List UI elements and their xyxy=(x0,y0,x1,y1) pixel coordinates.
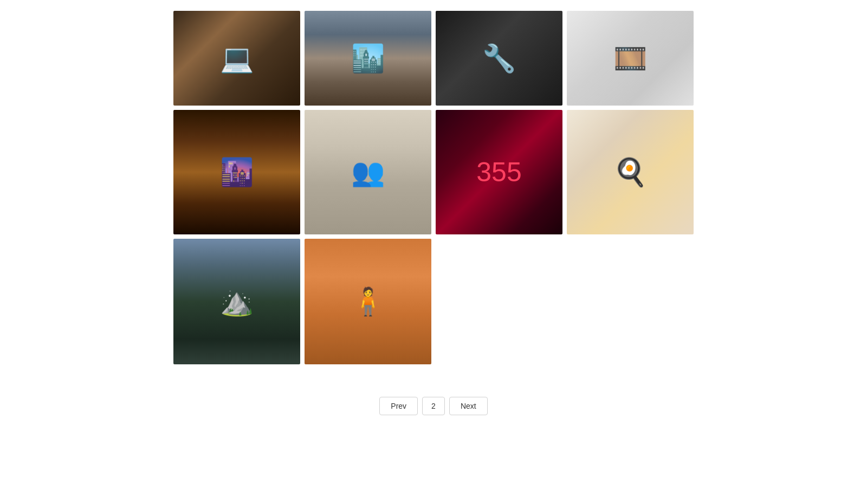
gallery-item-6[interactable]: 👥 xyxy=(305,110,431,234)
pagination: Prev 2 Next xyxy=(173,397,694,437)
gallery-container: 💻 🏙️ 🔧 🎞️ 🌆 👥 355 🍳 ⛰️ 🧍 xyxy=(0,0,867,448)
gallery-item-8[interactable]: 🍳 xyxy=(567,110,694,234)
gallery-item-5[interactable]: 🌆 xyxy=(173,110,300,234)
gallery-item-3[interactable]: 🔧 xyxy=(436,11,562,106)
empty-cell-2 xyxy=(567,239,694,364)
gallery-item-7[interactable]: 355 xyxy=(436,110,562,234)
gallery-item-4[interactable]: 🎞️ xyxy=(567,11,694,106)
next-button[interactable]: Next xyxy=(449,397,488,415)
gallery-item-9[interactable]: ⛰️ xyxy=(173,239,300,364)
prev-button[interactable]: Prev xyxy=(379,397,418,415)
gallery-grid: 💻 🏙️ 🔧 🎞️ 🌆 👥 355 🍳 ⛰️ 🧍 xyxy=(173,11,694,364)
gallery-item-2[interactable]: 🏙️ xyxy=(305,11,431,106)
empty-cell-1 xyxy=(436,239,562,364)
current-page: 2 xyxy=(422,397,445,415)
gallery-item-10[interactable]: 🧍 xyxy=(305,239,431,364)
gallery-item-1[interactable]: 💻 xyxy=(173,11,300,106)
